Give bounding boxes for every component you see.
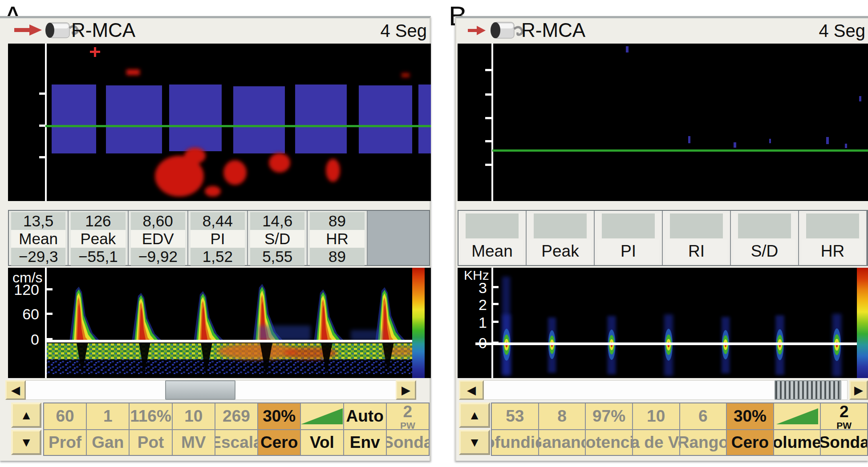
mmode-graphic (8, 44, 431, 201)
frequency-axis-line (491, 268, 493, 378)
spectral-graphic (458, 268, 868, 378)
probe-direction-icon (12, 20, 79, 40)
baseline-noise-band (47, 342, 418, 377)
scroll-left-button[interactable]: ◀ (459, 380, 484, 400)
probe-direction-icon (466, 20, 528, 40)
vessel-label: R-MCA (521, 19, 585, 41)
control-muestra-volumen[interactable]: 10 ra de Vo (633, 403, 680, 455)
header-a: R-MCA 4 Seg (0, 18, 430, 41)
timeline-scrollbar: ◀ ▶ (0, 379, 430, 401)
measurement-table: 13,5 Mean −29,3 126 Peak −55,1 8,60 EDV … (8, 210, 430, 266)
control-sonda[interactable]: 2PW Sonda (387, 403, 429, 455)
tick-3: 3 (461, 279, 487, 297)
volume-triangle-icon (776, 408, 818, 424)
velocity-axis-line (45, 268, 47, 378)
measure-sd: S/D (731, 211, 799, 265)
tick-2: 2 (461, 296, 487, 314)
measure-empty-cell (368, 211, 429, 265)
measure-hr: 89 HR 89 (308, 211, 367, 265)
increase-button[interactable]: ▲ (459, 403, 490, 428)
decrease-button[interactable]: ▼ (459, 430, 490, 455)
control-gan[interactable]: 1 Gan (87, 403, 130, 455)
mmode-graphic (458, 44, 868, 201)
arrow-shaft (468, 29, 477, 32)
measure-mean: 13,5 Mean −29,3 (9, 211, 69, 265)
control-rango[interactable]: 6 Rango (680, 403, 727, 455)
control-vol[interactable]: Vol (301, 403, 344, 455)
arrow-head (477, 26, 486, 35)
control-bar: ▲ ▼ 53 ofundid 8 Gananci 97% Potencia 10… (456, 403, 868, 456)
flow-blocks (52, 85, 431, 153)
tcd-window-b: R-MCA 4 Seg (455, 16, 868, 461)
measure-pi: 8,44 PI 1,52 (188, 211, 248, 265)
measure-pi: PI (595, 211, 663, 265)
sample-depth-line (45, 125, 431, 127)
measure-ri: RI (663, 211, 731, 265)
measure-peak: Peak (527, 211, 595, 265)
decrease-button[interactable]: ▼ (11, 430, 41, 455)
measurement-table: Mean Peak PI RI S/D HR (458, 210, 868, 266)
tcd-window-a: R-MCA 4 Seg (0, 16, 431, 461)
tick-120: 120 (12, 281, 39, 298)
control-ganancia[interactable]: 8 Gananci (539, 403, 586, 455)
tick-0: 0 (461, 334, 487, 352)
depth-axis-line (45, 44, 47, 201)
scroll-right-button[interactable]: ▶ (396, 380, 416, 400)
arrow-shaft (14, 28, 29, 32)
scroll-left-button[interactable]: ◀ (5, 380, 26, 400)
intensity-colorbar (857, 268, 868, 378)
spectral-graphic (8, 268, 431, 378)
scroll-right-button[interactable]: ▶ (849, 380, 868, 400)
increase-button[interactable]: ▲ (11, 403, 41, 428)
mmode-display (458, 44, 868, 201)
empty-value-box (738, 213, 791, 238)
timeline-scrollbar: ◀ ▶ (456, 379, 868, 401)
depth-axis-line (491, 44, 493, 201)
control-sonda[interactable]: 2PW Sonda (821, 403, 867, 455)
control-potencia[interactable]: 97% Potencia (586, 403, 633, 455)
volume-triangle-icon (301, 408, 343, 424)
empty-value-box (806, 213, 859, 238)
control-env[interactable]: Auto Env (344, 403, 387, 455)
measure-hr: HR (799, 211, 867, 265)
zero-baseline (475, 342, 857, 345)
mmode-display (8, 44, 431, 201)
header-b: R-MCA 4 Seg (456, 18, 868, 41)
control-volumen[interactable]: Volumen (774, 403, 821, 455)
control-mv[interactable]: 10 MV (173, 403, 215, 455)
empty-value-box (466, 213, 519, 238)
control-cero[interactable]: 30% Cero (727, 403, 774, 455)
sample-depth-line (492, 149, 868, 152)
control-pot[interactable]: 116% Pot (130, 403, 172, 455)
measure-edv: 8,60 EDV −9,92 (129, 211, 188, 265)
empty-value-box (670, 213, 723, 238)
control-prof[interactable]: 60 Prof (44, 403, 87, 455)
sweep-seconds: 4 Seg (380, 21, 427, 41)
measure-sd: 14,6 S/D 5,55 (248, 211, 308, 265)
tick-1: 1 (461, 314, 487, 331)
measure-peak: 126 Peak −55,1 (69, 211, 128, 265)
scrollbar-thumb[interactable] (165, 380, 235, 400)
vessel-label: R-MCA (71, 19, 135, 41)
control-cero[interactable]: 30% Cero (258, 403, 301, 455)
zero-baseline (47, 340, 412, 342)
empty-value-box (602, 213, 655, 238)
tick-0: 0 (12, 331, 39, 348)
control-bar: ▲ ▼ 60 Prof 1 Gan 116% Pot 10 MV 269 Esc… (0, 403, 430, 456)
spectral-display: cm/s 120 60 0 (8, 268, 431, 378)
arrow-head (29, 24, 42, 36)
sweep-seconds: 4 Seg (819, 21, 865, 41)
control-escala[interactable]: 269 Escala (215, 403, 258, 455)
spectral-display: KHz 3 2 1 0 (458, 268, 868, 378)
measure-mean: Mean (458, 211, 527, 265)
scrollbar-thumb[interactable] (775, 380, 841, 400)
empty-value-box (534, 213, 587, 238)
control-profundidad[interactable]: 53 ofundid (492, 403, 539, 455)
intensity-colorbar (412, 268, 425, 378)
tick-60: 60 (12, 306, 39, 323)
